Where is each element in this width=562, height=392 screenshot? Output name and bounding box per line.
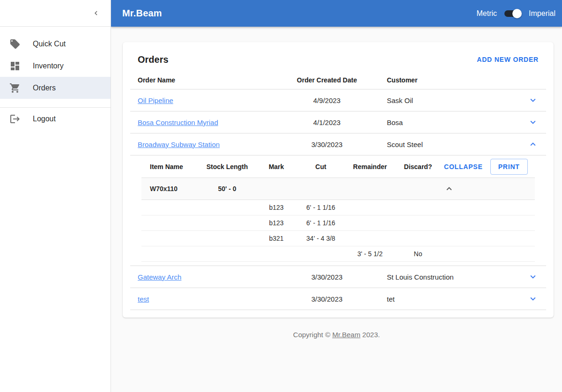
item-name: W70x110 [150, 185, 199, 192]
cut-row: b123 6' - 1 1/16 [141, 215, 535, 231]
order-row: Bosa Construction Myriad 4/1/2023 Bosa [130, 111, 546, 133]
column-header-discard: Discard? [396, 163, 440, 170]
order-customer: Bosa [383, 118, 520, 126]
sidebar-item-label: Orders [33, 84, 56, 92]
column-header-created-date: Order Created Date [271, 76, 383, 84]
detail-table-header: Item Name Stock Length Mark Cut Remainde… [141, 155, 535, 178]
switch-thumb [512, 9, 522, 18]
cut-row: b321 34' - 4 3/8 [141, 231, 535, 246]
order-name-link[interactable]: Gateway Arch [138, 273, 181, 281]
remainder-row: 3' - 5 1/2 No [141, 246, 535, 262]
order-created-date: 3/30/2023 [271, 273, 383, 281]
expand-row-button[interactable] [527, 293, 539, 305]
column-header-customer: Customer [383, 76, 520, 84]
expand-row-button[interactable] [527, 271, 539, 283]
chevron-down-icon [528, 117, 538, 127]
page-title: Orders [138, 54, 169, 65]
order-name-link[interactable]: Oil Pipeline [138, 96, 173, 104]
order-row: Gateway Arch 3/30/2023 St Louis Construc… [130, 266, 546, 288]
metric-label: Metric [477, 9, 497, 18]
cut-length: 6' - 1 1/16 [297, 204, 344, 211]
collapse-item-button[interactable] [443, 183, 455, 195]
sidebar-item-label: Logout [33, 115, 56, 123]
sidebar-collapse-button[interactable] [90, 7, 102, 19]
sidebar: Quick Cut Inventory Orders Logout [0, 0, 111, 392]
collapse-row-button[interactable] [527, 138, 539, 150]
expand-row-button[interactable] [527, 116, 539, 128]
remainder-value: 3' - 5 1/2 [344, 250, 396, 258]
order-detail-panel: Item Name Stock Length Mark Cut Remainde… [130, 155, 546, 266]
order-row: Oil Pipeline 4/9/2023 Sask Oil [130, 89, 546, 111]
order-created-date: 4/1/2023 [271, 118, 383, 126]
logout-icon [9, 113, 21, 125]
order-created-date: 4/9/2023 [271, 96, 383, 104]
print-button[interactable]: PRINT [490, 159, 528, 175]
discard-value: No [396, 250, 440, 258]
order-row-expanded: Broadway Subway Station 3/30/2023 Scout … [130, 133, 546, 155]
main-content: Orders ADD NEW ORDER Order Name Order Cr… [111, 27, 562, 392]
orders-card: Orders ADD NEW ORDER Order Name Order Cr… [123, 42, 554, 318]
cut-row: b123 6' - 1 1/16 [141, 200, 535, 215]
order-name-link[interactable]: test [138, 295, 149, 303]
sidebar-item-quick-cut[interactable]: Quick Cut [0, 33, 111, 55]
cut-mark: b123 [255, 204, 297, 211]
copyright-suffix: 2023. [362, 331, 380, 339]
column-header-stock-length: Stock Length [199, 163, 255, 170]
footer-brand-link[interactable]: Mr.Beam [332, 331, 360, 339]
shopping-cart-icon [9, 82, 21, 94]
add-new-order-button[interactable]: ADD NEW ORDER [473, 53, 542, 66]
app-title: Mr.Beam [122, 8, 162, 19]
order-created-date: 3/30/2023 [271, 295, 383, 303]
orders-table-header: Order Name Order Created Date Customer [130, 71, 546, 89]
sidebar-header [0, 0, 111, 27]
item-stock-length: 50' - 0 [199, 185, 255, 192]
chevron-down-icon [528, 294, 538, 304]
column-header-item-name: Item Name [150, 163, 199, 170]
column-header-mark: Mark [255, 163, 297, 170]
order-customer: Sask Oil [383, 96, 520, 104]
order-name-link[interactable]: Bosa Construction Myriad [138, 118, 218, 126]
sidebar-item-orders[interactable]: Orders [0, 77, 111, 99]
orders-table: Order Name Order Created Date Customer O… [123, 71, 554, 310]
imperial-label: Imperial [529, 9, 555, 18]
collapse-button[interactable]: COLLAPSE [440, 160, 487, 173]
unit-toggle: Metric Imperial [477, 9, 555, 18]
app-bar: Mr.Beam Metric Imperial [111, 0, 562, 27]
chevron-up-icon [444, 184, 454, 194]
unit-switch[interactable] [504, 9, 522, 18]
order-customer: Scout Steel [383, 141, 520, 148]
expand-row-button[interactable] [527, 94, 539, 106]
chevron-down-icon [528, 95, 538, 105]
sidebar-item-label: Quick Cut [33, 40, 66, 48]
sidebar-item-logout[interactable]: Logout [0, 108, 111, 130]
order-customer: tet [383, 295, 520, 303]
column-header-order-name: Order Name [130, 76, 271, 84]
chevron-left-icon [92, 9, 100, 17]
order-name-link[interactable]: Broadway Subway Station [138, 141, 220, 148]
cut-length: 34' - 4 3/8 [297, 235, 344, 242]
chevron-down-icon [528, 272, 538, 282]
sidebar-item-label: Inventory [33, 62, 64, 70]
cut-length: 6' - 1 1/16 [297, 219, 344, 227]
order-customer: St Louis Construction [383, 273, 520, 281]
dashboard-icon [9, 60, 21, 72]
column-header-cut: Cut [297, 163, 344, 170]
sidebar-nav: Quick Cut Inventory Orders Logout [0, 27, 111, 130]
copyright-prefix: Copyright © [293, 331, 330, 339]
sidebar-item-inventory[interactable]: Inventory [0, 55, 111, 77]
column-header-remainder: Remainder [344, 163, 396, 170]
tag-icon [9, 38, 21, 50]
cut-mark: b123 [255, 219, 297, 227]
detail-item-row: W70x110 50' - 0 [141, 178, 535, 200]
cut-mark: b321 [255, 235, 297, 242]
order-row: test 3/30/2023 tet [130, 288, 546, 310]
footer: Copyright © Mr.Beam 2023. [111, 331, 562, 339]
order-created-date: 3/30/2023 [271, 141, 383, 148]
chevron-up-icon [528, 139, 538, 149]
